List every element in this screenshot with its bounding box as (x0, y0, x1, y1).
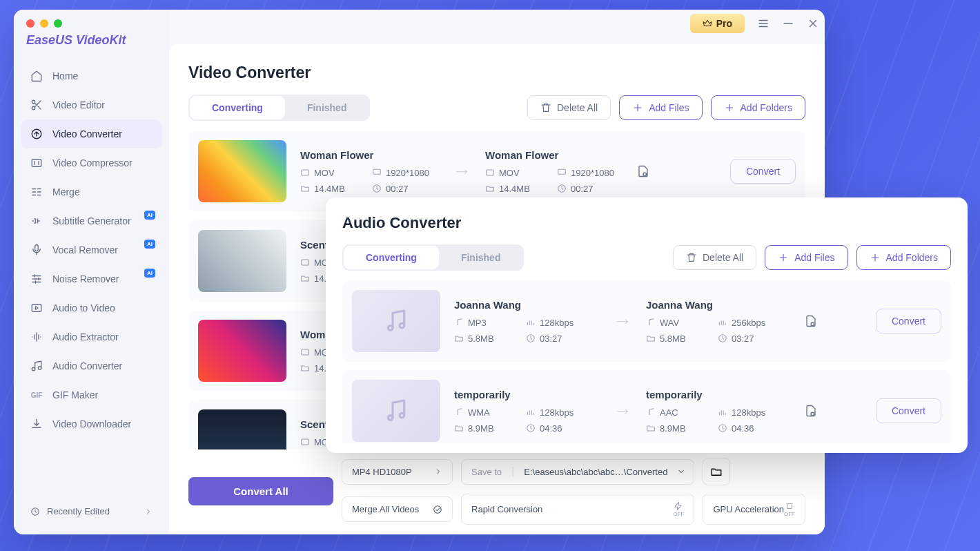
svg-point-7 (38, 367, 41, 370)
svg-rect-13 (558, 169, 566, 174)
plus-icon (778, 252, 789, 263)
thumbnail (352, 380, 440, 442)
recently-edited[interactable]: Recently Edited (21, 498, 162, 525)
gpu-toggle[interactable]: GPU AccelerationOFF (703, 494, 805, 525)
clock-icon (526, 334, 536, 343)
tab-converting[interactable]: Converting (190, 96, 285, 119)
svg-rect-4 (35, 245, 39, 251)
sidebar-item-audio-to-video[interactable]: Audio to Video (21, 293, 162, 322)
convert-button[interactable]: Convert (876, 398, 941, 423)
svg-point-26 (388, 416, 393, 420)
svg-point-22 (400, 323, 404, 328)
svg-rect-20 (787, 504, 792, 509)
sliders-icon (30, 273, 43, 285)
maximize-dot[interactable] (54, 19, 62, 28)
folder-icon (454, 334, 464, 343)
music-note-icon (382, 397, 410, 425)
format-select[interactable]: MP4 HD1080P (342, 459, 453, 485)
plus-icon (724, 102, 735, 113)
sidebar-item-audio-extractor[interactable]: Audio Extractor (21, 322, 162, 351)
music-note-icon (382, 307, 410, 335)
sidebar-item-label: Merge (52, 186, 80, 197)
clock-icon (30, 507, 40, 516)
sidebar-item-label: Audio Converter (52, 360, 122, 371)
topbar: Pro (690, 14, 819, 33)
audio-item: Joanna Wang MP3128kbps5.8MB03:27 → Joann… (342, 280, 951, 362)
sidebar-item-merge[interactable]: Merge (21, 177, 162, 206)
tab-finished[interactable]: Finished (439, 246, 523, 269)
scissors-icon (30, 99, 43, 111)
svg-point-6 (32, 367, 35, 371)
monitor-icon (372, 168, 382, 177)
chevron-down-icon (677, 467, 685, 476)
sidebar-item-video-editor[interactable]: Video Editor (21, 90, 162, 119)
sidebar-item-noise-remover[interactable]: Noise RemoverAI (21, 264, 162, 293)
file-settings-icon[interactable] (805, 405, 817, 417)
save-path-box[interactable]: Save to|E:\easeus\abc\abc\abc…\Converted (461, 459, 694, 485)
sidebar-item-video-converter[interactable]: Video Converter (21, 119, 162, 148)
trash-icon (686, 252, 697, 263)
svg-rect-9 (302, 170, 309, 175)
monitor-icon (557, 168, 567, 177)
tabs: Converting Finished (188, 95, 370, 121)
brand: EaseUS VideoKit (21, 33, 162, 61)
tab-converting[interactable]: Converting (344, 246, 439, 269)
gif-icon: GIF (30, 389, 43, 401)
svg-point-19 (434, 505, 442, 513)
close-dot[interactable] (26, 19, 35, 28)
merge-toggle[interactable]: Merge All Videos (342, 496, 453, 522)
convert-all-button[interactable]: Convert All (188, 477, 333, 505)
ai-badge: AI (144, 269, 155, 278)
tab-finished[interactable]: Finished (285, 96, 369, 119)
sidebar-item-audio-converter[interactable]: Audio Converter (21, 351, 162, 380)
plus-icon (870, 252, 881, 263)
ai-badge: AI (144, 240, 155, 249)
sidebar-item-label: Vocal Remover (52, 244, 118, 255)
minimize-dot[interactable] (40, 19, 48, 28)
add-folders-button[interactable]: Add Folders (856, 245, 951, 270)
rapid-toggle[interactable]: Rapid ConversionOFF (461, 494, 694, 525)
sidebar-item-video-downloader[interactable]: Video Downloader (21, 409, 162, 438)
sidebar-item-home[interactable]: Home (21, 61, 162, 90)
sidebar-item-label: Audio Extractor (52, 331, 119, 342)
minimize-icon[interactable] (782, 17, 794, 30)
file-settings-icon[interactable] (805, 315, 817, 327)
crown-icon (703, 19, 712, 28)
svg-point-27 (400, 413, 404, 418)
svg-rect-17 (302, 349, 309, 355)
converter-icon (30, 128, 43, 140)
close-icon[interactable] (807, 17, 819, 30)
mic-icon (30, 244, 43, 256)
file-settings-icon[interactable] (637, 165, 649, 177)
folder-icon (300, 184, 310, 193)
sidebar-item-vocal-remover[interactable]: Vocal RemoverAI (21, 235, 162, 264)
clock-icon (372, 184, 382, 193)
thumbnail (198, 320, 286, 382)
sidebar-item-video-compressor[interactable]: Video Compressor (21, 148, 162, 177)
delete-all-button[interactable]: Delete All (527, 95, 611, 120)
waveform-icon (30, 331, 43, 343)
sidebar-item-label: Video Converter (52, 128, 122, 139)
menu-icon[interactable] (757, 17, 770, 30)
add-files-button[interactable]: Add Files (619, 95, 702, 120)
sidebar-item-gif-maker[interactable]: GIFGIF Maker (21, 380, 162, 409)
svg-rect-16 (302, 260, 309, 265)
recent-label: Recently Edited (47, 506, 110, 516)
source-title: Woman Flower (300, 149, 438, 161)
page-title: Video Converter (188, 64, 805, 82)
sidebar-item-subtitle-generator[interactable]: Subtitle GeneratorAI (21, 206, 162, 235)
delete-all-button[interactable]: Delete All (673, 245, 756, 270)
chevron-right-icon (144, 508, 153, 516)
bolt-icon (674, 501, 683, 511)
convert-button[interactable]: Convert (730, 159, 796, 184)
convert-button[interactable]: Convert (876, 309, 941, 334)
folder-icon (485, 184, 495, 193)
open-folder-button[interactable] (703, 458, 730, 485)
pro-badge[interactable]: Pro (690, 14, 745, 33)
svg-rect-10 (373, 169, 381, 174)
add-files-button[interactable]: Add Files (765, 245, 847, 270)
dest-title: Woman Flower (485, 149, 623, 161)
bars-icon (526, 318, 536, 327)
add-folders-button[interactable]: Add Folders (711, 95, 805, 120)
thumbnail (198, 140, 286, 202)
